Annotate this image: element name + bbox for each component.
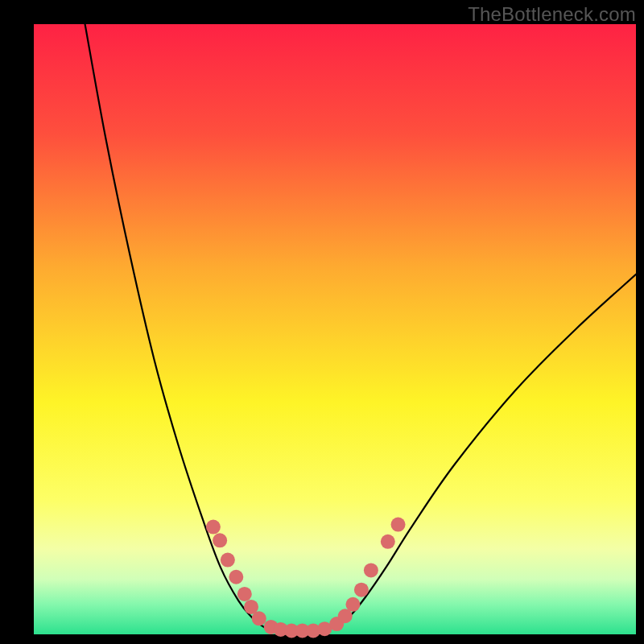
marker-dot [237,587,252,601]
marker-dot [213,533,227,547]
plot-background [34,24,636,634]
marker-dot [391,518,406,532]
marker-dot [364,563,378,577]
marker-dot [252,611,266,625]
watermark-text: TheBottleneck.com [468,3,636,26]
marker-dot [345,597,360,612]
marker-dot [229,570,243,584]
marker-dot [381,535,395,549]
marker-dot [206,520,221,535]
marker-dot [221,553,235,568]
chart-canvas [0,0,644,644]
marker-dot [354,583,369,597]
chart-frame: TheBottleneck.com [0,0,644,644]
